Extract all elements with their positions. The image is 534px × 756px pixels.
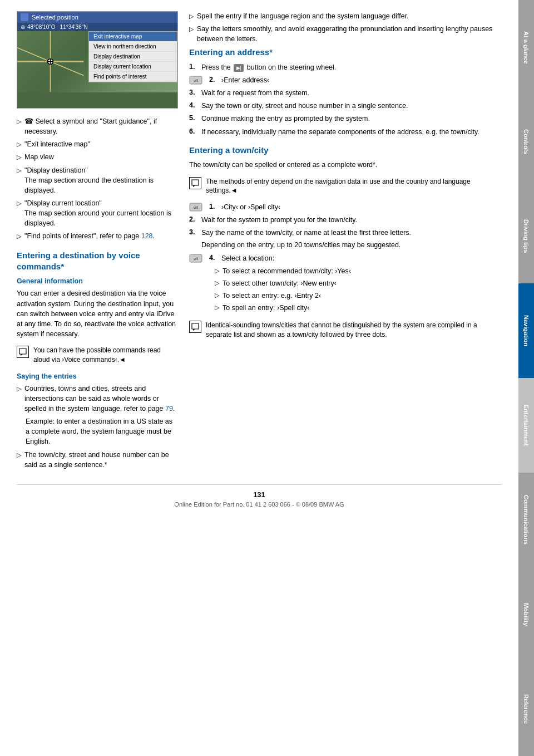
svg-marker-10: [192, 180, 199, 185]
bullet-text-1: ☎ Select a symbol and "Start guidance", …: [24, 116, 178, 136]
spell-arrow-2: ▷: [189, 25, 194, 44]
content-columns: Selected position ⊕ 48°08'10"O 11°34'36"…: [17, 11, 502, 473]
bullet-find-poi: ▷ "Find points of interest", refer to pa…: [17, 231, 178, 241]
note-box-town: The methods of entry depend on the navig…: [189, 175, 502, 198]
spell-bullet-1: ▷ Spell the entry if the language region…: [189, 11, 502, 21]
saying-heading: Saying the entries: [17, 372, 178, 380]
identical-note-text: Identical-sounding towns/cities that can…: [206, 321, 502, 340]
footer-text: Online Edition for Part no. 01 41 2 603 …: [174, 501, 344, 508]
address-step-4: 4. Say the town or city, street and hous…: [189, 101, 502, 111]
town-sub-bullet-1: ▷ To select a recommended town/city: ›Ye…: [189, 266, 502, 276]
town-step-4: wt 4. Select a location:: [189, 253, 502, 263]
town-sub-arrow-2: ▷: [215, 279, 219, 288]
main-content: Selected position ⊕ 48°08'10"O 11°34'36"…: [0, 0, 518, 530]
idrive-icon-town-4: wt: [189, 254, 202, 263]
town-step-text-2: Wait for the system to prompt you for th…: [201, 215, 357, 225]
page-footer: 131 Online Edition for Part no. 01 41 2 …: [17, 484, 502, 508]
side-navigation: At a glance Controls Driving tips Naviga…: [518, 0, 534, 756]
town-sub-arrow-1: ▷: [215, 267, 219, 276]
town-step-2: 2. Wait for the system to prompt you for…: [189, 215, 502, 225]
address-step-5: 5. Continue making the entry as prompted…: [189, 114, 502, 124]
town-step-3: 3. Say the name of the town/city, or nam…: [189, 228, 502, 250]
town-step-1: wt 1. ›City‹ or ›Spell city‹: [189, 202, 502, 212]
tab-mobility[interactable]: Mobility: [518, 567, 534, 662]
town-sub-text-4: To spell an entry: ›Spell city‹: [222, 303, 309, 313]
general-info-heading: General information: [17, 277, 178, 285]
step-text-3: Wait for a request from the system.: [201, 88, 309, 98]
bullet-arrow-3: ▷: [17, 153, 21, 162]
saying-example: Example: to enter a destination in a US …: [17, 416, 178, 446]
bullet-text-4: "Display destination"The map section aro…: [24, 165, 178, 195]
town-sub-bullet-3: ▷ To select an entry: e.g. ›Entry 2‹: [189, 291, 502, 301]
tab-reference[interactable]: Reference: [518, 661, 534, 756]
tab-navigation[interactable]: Navigation: [518, 283, 534, 378]
step-num-5: 5.: [189, 114, 198, 124]
step-text-1: Press the ▶| button on the steering whee…: [201, 62, 336, 72]
saying-arrow-2: ▷: [17, 451, 21, 470]
menu-display-location[interactable]: Display current location: [89, 62, 177, 72]
saying-text-2: The town/city, street and house number c…: [24, 450, 178, 470]
address-step-2: wt 2. ›Enter address‹: [189, 75, 502, 85]
town-step-num-1: 1.: [209, 202, 218, 212]
saying-bullet-2: ▷ The town/city, street and house number…: [17, 450, 178, 470]
note-icon-svg: [18, 347, 28, 357]
tab-entertainment[interactable]: Entertainment: [518, 378, 534, 473]
menu-find-poi[interactable]: Find points of interest: [89, 72, 177, 82]
bullet-text-6: "Find points of interest", refer to page…: [24, 231, 155, 241]
menu-exit-map[interactable]: Exit interactive map: [89, 32, 177, 42]
idrive-icon-town-1: wt: [189, 203, 202, 212]
spell-text-2: Say the letters smoothly, and avoid exag…: [197, 24, 502, 44]
note-icon-identical: [189, 321, 201, 333]
step-num-1: 1.: [189, 62, 198, 72]
tab-at-a-glance[interactable]: At a glance: [518, 0, 534, 95]
step-text-5: Continue making the entry as prompted by…: [201, 114, 370, 124]
town-sub-bullet-2: ▷ To select other town/city: ›New entry‹: [189, 278, 502, 288]
town-step-num-4: 4.: [209, 253, 218, 263]
step-text-4: Say the town or city, street and house n…: [201, 101, 408, 111]
address-step-3: 3. Wait for a request from the system.: [189, 88, 502, 98]
svg-text:wt: wt: [193, 256, 199, 261]
general-info-text: You can enter a desired destination via …: [17, 288, 178, 339]
spell-text-1: Spell the entry if the language region a…: [197, 11, 409, 21]
menu-view-north[interactable]: View in northern direction: [89, 42, 177, 52]
map-body: Exit interactive map View in northern di…: [17, 31, 177, 92]
address-step-1: 1. Press the ▶| button on the steering w…: [189, 62, 502, 72]
bullet-text-3: Map view: [24, 152, 54, 162]
bullet-arrow-1: ▷: [17, 117, 21, 136]
svg-text:wt: wt: [193, 78, 199, 83]
town-sub-bullet-4: ▷ To spell an entry: ›Spell city‹: [189, 303, 502, 313]
town-sub-arrow-3: ▷: [215, 292, 219, 301]
map-context-menu: Exit interactive map View in northern di…: [88, 31, 177, 82]
address-step-6: 6. If necessary, individually name the s…: [189, 127, 502, 137]
town-step-text-4: Select a location:: [221, 253, 274, 263]
svg-marker-16: [192, 323, 199, 329]
town-sub-text-2: To select other town/city: ›New entry‹: [222, 278, 337, 288]
bullet-exit-map: ▷ "Exit interactive map": [17, 139, 178, 149]
note-text-town: The methods of entry depend on the navig…: [206, 177, 502, 196]
town-sub-text-1: To select a recommended town/city: ›Yes‹: [222, 266, 351, 276]
note-icon-identical-svg: [190, 322, 200, 332]
tab-communications[interactable]: Communications: [518, 473, 534, 567]
map-coords: ⊕ 48°08'10"O 11°34'36"N: [17, 23, 177, 31]
page-link-128[interactable]: 128: [141, 232, 153, 240]
note-text-voice: You can have the possible commands read …: [33, 346, 178, 365]
town-step-num-2: 2.: [189, 215, 198, 225]
bullet-arrow-2: ▷: [17, 140, 21, 149]
identical-note-box: Identical-sounding towns/cities that can…: [189, 318, 502, 342]
svg-marker-6: [19, 348, 26, 354]
voice-commands-heading: Entering a destination by voice commands…: [17, 250, 178, 272]
note-icon-town-svg: [190, 178, 200, 188]
town-step-text-1: ›City‹ or ›Spell city‹: [221, 202, 280, 212]
step-num-6: 6.: [189, 127, 198, 137]
tab-controls[interactable]: Controls: [518, 95, 534, 189]
bullet-map-view: ▷ Map view: [17, 152, 178, 162]
saying-bullet-1: ▷ Countries, towns and cities, streets a…: [17, 384, 178, 414]
map-header: Selected position: [17, 12, 177, 23]
map-header-icon: [21, 13, 28, 21]
page-link-79[interactable]: 79: [165, 405, 173, 413]
tab-driving-tips[interactable]: Driving tips: [518, 189, 534, 284]
spell-arrow-1: ▷: [189, 12, 194, 21]
left-column: Selected position ⊕ 48°08'10"O 11°34'36"…: [17, 11, 178, 473]
bullet-select-symbol: ▷ ☎ Select a symbol and "Start guidance"…: [17, 116, 178, 136]
menu-display-dest[interactable]: Display destination: [89, 52, 177, 62]
